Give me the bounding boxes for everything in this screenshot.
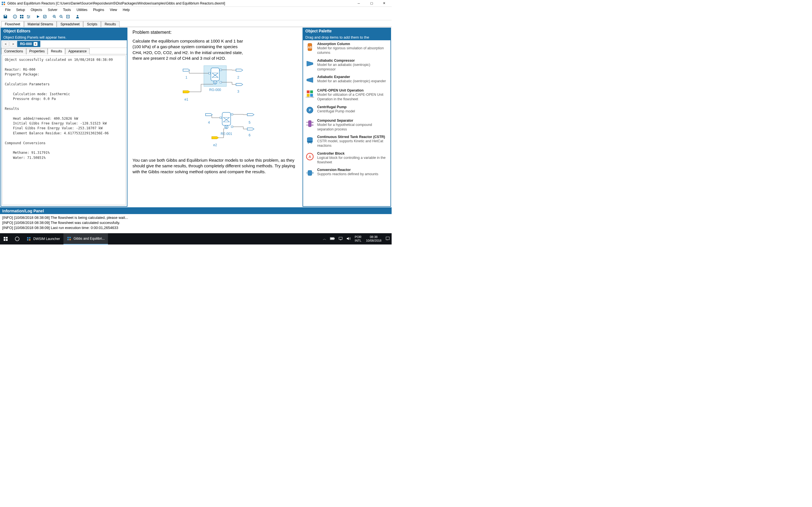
menu-view[interactable]: View xyxy=(107,7,120,12)
maximize-button[interactable]: ▢ xyxy=(365,0,378,6)
tray-battery-icon[interactable] xyxy=(328,237,337,241)
svg-text:6: 6 xyxy=(248,133,250,137)
tray-clock[interactable]: 08:38 10/08/2018 xyxy=(364,235,384,242)
palette-item-adiabatic-expander[interactable]: Adiabatic ExpanderModel for an adiabatic… xyxy=(303,73,391,87)
palette-item-absorption-column[interactable]: ABAbsorption ColumnModel for rigorous si… xyxy=(303,40,391,57)
tray-volume-icon[interactable] xyxy=(345,237,352,241)
svg-rect-26 xyxy=(220,81,221,83)
start-button[interactable] xyxy=(0,233,11,244)
object-tab[interactable]: RG-000 × xyxy=(17,41,40,47)
svg-rect-38 xyxy=(231,114,233,115)
palette-item-desc: CSTR model, supports Kinetic and HetCat … xyxy=(317,139,389,148)
svg-text:e1: e1 xyxy=(185,98,188,101)
svg-rect-3 xyxy=(4,4,5,5)
svg-text:i: i xyxy=(15,15,15,18)
inner-tab-properties[interactable]: Properties xyxy=(26,48,48,54)
fit-icon[interactable] xyxy=(65,13,71,20)
user-icon[interactable] xyxy=(74,13,81,20)
palette-item-title: Adiabatic Compressor xyxy=(317,59,389,62)
svg-rect-62 xyxy=(308,170,312,175)
settings-icon[interactable] xyxy=(26,13,32,20)
grid-icon[interactable] xyxy=(18,13,25,20)
inner-tab-results[interactable]: Results xyxy=(48,48,65,54)
svg-text:3: 3 xyxy=(237,90,239,94)
window-title: Gibbs and Equilibrium Reactors [C:\Users… xyxy=(7,1,352,5)
doc-tab-spreadsheet[interactable]: Spreadsheet xyxy=(57,21,83,27)
svg-rect-1 xyxy=(4,2,5,3)
nav-prev-button[interactable]: < xyxy=(2,41,9,47)
menu-utilities[interactable]: Utilities xyxy=(73,7,90,12)
flowsheet-canvas[interactable]: Problem statement: Calculate the equilib… xyxy=(128,27,302,207)
zoom-in-icon[interactable] xyxy=(51,13,57,20)
menu-setup[interactable]: Setup xyxy=(13,7,28,12)
svg-rect-78 xyxy=(331,238,334,239)
taskbar-app[interactable]: DWSIM Launcher xyxy=(23,233,63,244)
menu-solver[interactable]: Solver xyxy=(45,7,60,12)
svg-rect-75 xyxy=(69,239,71,240)
palette-item-continuous-stirred-tank-reactor-cstr-[interactable]: Continuous Stirred Tank Reactor (CSTR)CS… xyxy=(303,133,391,150)
doc-tab-flowsheet[interactable]: Flowsheet xyxy=(1,21,24,27)
palette-item-centrifugal-pump[interactable]: PCentrifugal PumpCentrifugal Pump model xyxy=(303,103,391,117)
svg-rect-54 xyxy=(308,121,311,127)
palette-item-desc: Centrifugal Pump model xyxy=(317,109,389,114)
problem-text: Calculate the equilibrium compositions a… xyxy=(133,38,245,61)
palette-item-desc: Logical block for controlling a variable… xyxy=(317,156,389,165)
tray-network-icon[interactable] xyxy=(337,237,345,241)
palette-item-controller-block[interactable]: AController BlockLogical block for contr… xyxy=(303,150,391,166)
palette-body: ABAbsorption ColumnModel for rigorous si… xyxy=(303,40,391,206)
palette-item-compound-separator[interactable]: Compound SeparatorModel for a hypothetic… xyxy=(303,117,391,133)
palette-item-cape-open-unit-operation[interactable]: CAPE-OPENCAPE-OPEN Unit OperationModel f… xyxy=(303,87,391,103)
doc-tab-material-streams[interactable]: Material Streams xyxy=(24,21,57,27)
play-icon[interactable] xyxy=(35,13,41,20)
pump-icon: P xyxy=(305,105,315,115)
info-icon[interactable]: i xyxy=(12,13,18,20)
menubar: FileSetupObjectsSolverToolsUtilitiesPlug… xyxy=(0,7,392,13)
palette-item-title: Compound Separator xyxy=(317,119,389,122)
palette-item-conversion-reactor[interactable]: Conversion ReactorSupports reactions def… xyxy=(303,166,391,180)
svg-rect-71 xyxy=(29,239,31,240)
stop-icon[interactable] xyxy=(42,13,48,20)
inner-tab-connections[interactable]: Connections xyxy=(1,48,26,54)
nav-next-button[interactable]: > xyxy=(10,41,16,47)
menu-file[interactable]: File xyxy=(2,7,13,12)
tray-notifications-icon[interactable] xyxy=(384,236,392,242)
log-line: [INFO] [10/08/2018 08:38:09] Last run ex… xyxy=(2,225,389,230)
cstr-icon xyxy=(305,135,315,145)
cortana-button[interactable] xyxy=(11,233,23,244)
taskbar-app[interactable]: Gibbs and Equilibri... xyxy=(63,233,108,244)
save-icon[interactable] xyxy=(2,13,8,20)
palette-item-adiabatic-compressor[interactable]: Adiabatic CompressorModel for an adiabat… xyxy=(303,57,391,73)
svg-rect-0 xyxy=(2,2,3,3)
log-line: [INFO] [10/08/2018 08:38:09] The flowshe… xyxy=(2,220,389,225)
menu-plugins[interactable]: Plugins xyxy=(90,7,107,12)
svg-rect-19 xyxy=(211,68,219,81)
menu-objects[interactable]: Objects xyxy=(28,7,45,12)
svg-rect-69 xyxy=(29,237,31,238)
svg-text:1: 1 xyxy=(185,75,187,79)
menu-tools[interactable]: Tools xyxy=(60,7,73,12)
svg-rect-66 xyxy=(6,239,8,241)
tray-lang[interactable]: POR INTL xyxy=(352,235,364,242)
tray-chevron-icon[interactable]: ︿ xyxy=(321,236,328,241)
inner-tab-appearance[interactable]: Appearance xyxy=(65,48,90,54)
svg-rect-74 xyxy=(67,239,69,240)
palette-item-desc: Model for utilization of a CAPE-OPEN Uni… xyxy=(317,93,389,102)
zoom-out-icon[interactable] xyxy=(58,13,64,20)
object-tab-close-icon[interactable]: × xyxy=(34,42,38,46)
svg-rect-24 xyxy=(209,72,210,74)
app-icon xyxy=(1,1,6,6)
svg-rect-47 xyxy=(307,91,310,93)
svg-rect-7 xyxy=(22,15,23,16)
svg-rect-25 xyxy=(220,69,221,71)
doc-tab-results[interactable]: Results xyxy=(101,21,119,27)
svg-text:4: 4 xyxy=(208,121,210,124)
svg-text:5: 5 xyxy=(248,121,250,124)
menu-help[interactable]: Help xyxy=(120,7,133,12)
close-button[interactable]: ✕ xyxy=(378,0,391,6)
palette-item-desc: Model for rigorous simulation of absorpt… xyxy=(317,46,389,55)
svg-text:P: P xyxy=(309,109,311,112)
doc-tab-scripts[interactable]: Scripts xyxy=(83,21,101,27)
expander-icon xyxy=(305,75,315,85)
svg-rect-2 xyxy=(2,4,3,5)
minimize-button[interactable]: ─ xyxy=(352,0,365,6)
